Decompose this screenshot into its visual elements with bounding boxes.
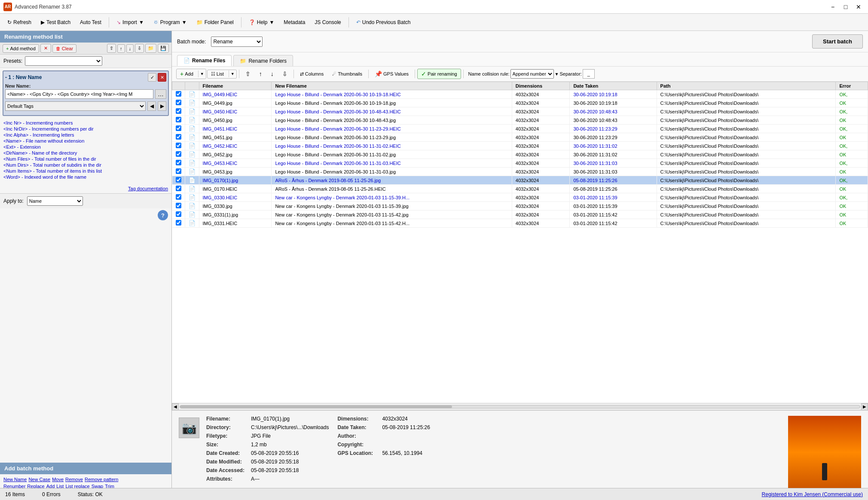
row-checkbox[interactable] (176, 220, 181, 226)
row-checkbox-cell[interactable] (172, 185, 185, 193)
new-name-input[interactable] (5, 89, 153, 99)
move-up-file-button[interactable]: ↑ (255, 69, 266, 79)
row-checkbox-cell[interactable] (172, 116, 185, 125)
tag-link[interactable]: <Ext> - Extension (3, 144, 168, 149)
row-checkbox-cell[interactable] (172, 219, 185, 228)
context-help-button[interactable]: ? (158, 210, 168, 220)
tags-next-button[interactable]: ▶ (158, 101, 166, 111)
table-row[interactable]: 📄 IMG_0451.HEIC Lego House - Billund - D… (172, 125, 868, 133)
row-checkbox-cell[interactable] (172, 159, 185, 168)
metadata-button[interactable]: Metadata (280, 17, 309, 27)
thumbnails-button[interactable]: ☄ Thumbnails (328, 70, 366, 79)
row-checkbox[interactable] (176, 134, 181, 140)
tab-rename-folders[interactable]: 📁 Rename Folders (233, 55, 293, 66)
move-down-button[interactable]: ↓ (126, 44, 134, 53)
row-checkbox[interactable] (176, 160, 181, 165)
row-checkbox[interactable] (176, 125, 181, 131)
tag-link[interactable]: <Num Files> - Total number of files in t… (3, 156, 168, 162)
tag-link[interactable]: <Name> - File name without extension (3, 138, 168, 143)
row-checkbox[interactable] (176, 186, 181, 191)
tag-link[interactable]: <Inc NrDir> - Incrementing numbers per d… (3, 126, 168, 131)
tags-prev-button[interactable]: ◀ (147, 101, 156, 111)
save-method-button[interactable]: 💾 (158, 44, 169, 53)
tag-link[interactable]: <Inc Alpha> - Incrementing letters (3, 132, 168, 137)
table-row[interactable]: 📄 IMG_0449.jpg Lego House - Billund - De… (172, 99, 868, 107)
list-button[interactable]: ☷ List (208, 70, 227, 78)
js-console-button[interactable]: JS Console (311, 17, 345, 27)
row-checkbox-cell[interactable] (172, 107, 185, 116)
move-to-bottom-button[interactable]: ⇩ (278, 69, 291, 79)
row-checkbox-cell[interactable] (172, 193, 185, 202)
help-button[interactable]: ❓ Help ▼ (245, 17, 278, 27)
method-card-close[interactable]: ✕ (158, 73, 166, 82)
horizontal-scrollbar[interactable]: ◀ ▶ (172, 403, 868, 410)
table-row[interactable]: 📄 IMG_0449.HEIC Lego House - Billund - D… (172, 90, 868, 99)
gps-values-button[interactable]: 📌 GPS Values (371, 69, 413, 79)
row-checkbox-cell[interactable] (172, 202, 185, 210)
move-to-top-button[interactable]: ⇧ (241, 69, 254, 79)
folder-method-button[interactable]: 📁 (145, 44, 156, 53)
maximize-button[interactable]: □ (840, 3, 852, 11)
file-table-container[interactable]: Filename New Filename Dimensions Date Ta… (172, 82, 868, 403)
row-checkbox[interactable] (176, 194, 181, 200)
add-button[interactable]: + Add (177, 69, 197, 79)
registration-link[interactable]: Registered to Kim Jensen (Commercial use… (762, 491, 863, 497)
program-button[interactable]: ⛭ Program ▼ (150, 17, 191, 27)
collision-select[interactable]: Append number Skip Overwrite (510, 69, 554, 79)
tag-link[interactable]: <Word> - Indexed word of the file name (3, 174, 168, 180)
tag-link[interactable]: <Num Items> - Total number of items in t… (3, 168, 168, 174)
row-checkbox[interactable] (176, 117, 181, 122)
batch-mode-select[interactable]: Rename Copy Move (211, 37, 263, 47)
col-filename[interactable]: Filename (199, 82, 272, 90)
minimize-button[interactable]: − (827, 3, 839, 11)
row-checkbox-cell[interactable] (172, 142, 185, 150)
move-down-file-button[interactable]: ↓ (267, 69, 278, 79)
tag-link[interactable]: <Num Dirs> - Total number of subdirs in … (3, 162, 168, 168)
batch-method-link[interactable]: New Case (28, 477, 50, 482)
row-checkbox-cell[interactable] (172, 210, 185, 219)
table-row[interactable]: 📄 IMG_0452.HEIC Lego House - Billund - D… (172, 142, 868, 150)
row-checkbox[interactable] (176, 203, 181, 208)
col-path[interactable]: Path (657, 82, 836, 90)
row-checkbox[interactable] (176, 100, 181, 105)
tags-select[interactable]: Default Tags (5, 101, 146, 111)
batch-method-link[interactable]: Remove pattern (85, 477, 118, 482)
table-row[interactable]: 📄 IMG_0453.jpg Lego House - Billund - De… (172, 168, 868, 176)
pair-renaming-button[interactable]: ✓ Pair renaming (417, 69, 461, 79)
scroll-left-button[interactable]: ◀ (172, 403, 179, 410)
tab-rename-files[interactable]: 📄 Rename Files (177, 55, 232, 66)
add-method-button[interactable]: + Add method (3, 44, 39, 53)
move-top-button[interactable]: ⇧ (107, 44, 116, 53)
columns-button[interactable]: ⇄ Columns (296, 70, 327, 79)
row-checkbox-cell[interactable] (172, 176, 185, 185)
col-date-taken[interactable]: Date Taken (570, 82, 657, 90)
close-button[interactable]: ✕ (853, 3, 865, 11)
batch-method-link[interactable]: Move (52, 477, 64, 482)
row-checkbox-cell[interactable] (172, 150, 185, 159)
auto-test-button[interactable]: Auto Test (76, 17, 105, 27)
table-row[interactable]: 📄 IMG_0330.jpg New car - Kongens Lyngby … (172, 202, 868, 210)
row-checkbox[interactable] (176, 91, 181, 97)
add-dropdown-arrow[interactable]: ▼ (198, 70, 206, 77)
clear-button[interactable]: 🗑 Clear (52, 44, 76, 53)
import-button[interactable]: ↘ Import ▼ (113, 17, 148, 27)
tag-documentation-link[interactable]: Tag documentation (128, 186, 168, 191)
row-checkbox[interactable] (176, 168, 181, 174)
row-checkbox[interactable] (176, 211, 181, 217)
table-row[interactable]: 📄 IMG_0450.jpg Lego House - Billund - De… (172, 116, 868, 125)
row-checkbox-cell[interactable] (172, 168, 185, 176)
table-row[interactable]: 📄 IMG_0170(1).jpg ARoS - Århus - Denmark… (172, 176, 868, 185)
undo-button[interactable]: ↶ Undo Previous Batch (352, 17, 415, 27)
table-row[interactable]: 📄 IMG_0451.jpg Lego House - Billund - De… (172, 133, 868, 142)
col-new-filename[interactable]: New Filename (272, 82, 512, 90)
delete-method-button[interactable]: ✕ (40, 44, 51, 53)
apply-to-select[interactable]: Name Extension Name and Extension (27, 196, 83, 206)
move-up-button[interactable]: ↑ (117, 44, 125, 53)
row-checkbox[interactable] (176, 151, 181, 157)
list-dropdown-arrow[interactable]: ▼ (229, 70, 236, 77)
refresh-button[interactable]: ↻ Refresh (3, 17, 35, 27)
batch-method-link[interactable]: New Name (3, 477, 27, 482)
row-checkbox[interactable] (176, 108, 181, 114)
scroll-right-button[interactable]: ▶ (861, 403, 868, 410)
table-row[interactable]: 📄 IMG_0170.HEIC ARoS - Århus - Denmark 2… (172, 185, 868, 193)
